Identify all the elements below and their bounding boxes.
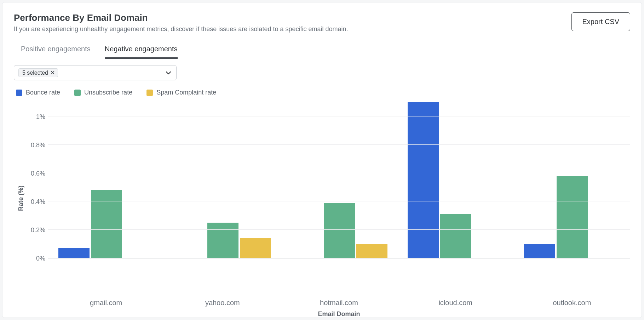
y-tick-label: 0% [36,255,45,262]
swatch-bounce [16,90,22,96]
bar[interactable] [440,214,471,258]
y-tick-label: 0.6% [31,170,45,177]
bar-group [514,103,630,258]
bar[interactable] [240,238,271,258]
swatch-unsubscribe [74,90,81,96]
bar-group [165,103,281,258]
y-tick-label: 0.8% [31,142,45,149]
y-tick-label: 1% [36,113,45,121]
legend-bounce[interactable]: Bounce rate [16,89,60,96]
chart-plot [48,103,630,258]
header-text: Performance By Email Domain If you are e… [14,12,348,33]
bar[interactable] [557,176,588,258]
x-axis-label: Email Domain [48,310,630,318]
legend-unsubscribe[interactable]: Unsubscribe rate [74,89,132,96]
bar[interactable] [356,244,387,258]
swatch-spam [146,90,153,96]
y-axis-label: Rate (%) [17,185,25,211]
bar-group [48,103,165,258]
gridline [48,229,630,230]
gridline [48,116,630,116]
chevron-down-icon [165,69,172,76]
bar[interactable] [408,102,439,258]
card-title: Performance By Email Domain [14,12,348,23]
bar[interactable] [58,248,90,258]
performance-card: Performance By Email Domain If you are e… [2,2,642,318]
legend-spam[interactable]: Spam Complaint rate [146,89,216,96]
header-row: Performance By Email Domain If you are e… [14,12,630,33]
x-tick-label: icloud.com [397,299,514,307]
legend-unsubscribe-label: Unsubscribe rate [84,89,132,96]
bar[interactable] [524,244,555,258]
chart-area: Rate (%) 0%0.2%0.4%0.6%0.8%1% [17,103,630,294]
export-csv-button[interactable]: Export CSV [571,12,630,31]
bar[interactable] [207,223,238,258]
bar-groups [48,103,630,258]
x-tick-label: gmail.com [48,299,164,307]
bar-group [397,103,514,258]
y-axis: 0%0.2%0.4%0.6%0.8%1% [26,103,48,258]
engagement-tabs: Positive engagements Negative engagement… [14,45,630,59]
x-tick-label: outlook.com [514,299,630,307]
x-tick-label: yahoo.com [164,299,281,307]
bar[interactable] [324,203,355,258]
gridline [48,201,630,201]
clear-selection-icon[interactable]: ✕ [50,69,55,76]
legend-bounce-label: Bounce rate [26,89,60,96]
selected-count-chip[interactable]: 5 selected ✕ [18,68,58,77]
domain-multiselect[interactable]: 5 selected ✕ [14,65,177,80]
bar[interactable] [91,190,122,258]
legend-spam-label: Spam Complaint rate [156,89,216,96]
chip-label: 5 selected [22,70,48,76]
x-axis: gmail.comyahoo.comhotmail.comicloud.como… [48,299,630,307]
y-tick-label: 0.2% [31,227,45,234]
tab-positive-engagements[interactable]: Positive engagements [21,45,91,59]
tab-negative-engagements[interactable]: Negative engagements [105,45,178,59]
y-tick-label: 0.4% [31,198,45,206]
gridline [48,173,630,173]
x-tick-label: hotmail.com [281,299,397,307]
bar-group [281,103,397,258]
card-subtitle: If you are experiencing unhealthy engage… [14,25,348,33]
gridline [48,144,630,145]
chart-legend: Bounce rate Unsubscribe rate Spam Compla… [16,89,630,96]
